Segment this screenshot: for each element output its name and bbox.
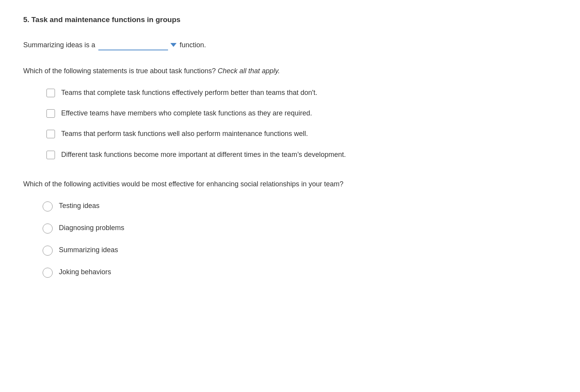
checkbox-2[interactable] bbox=[46, 109, 55, 118]
question1-block: Which of the following statements is tru… bbox=[23, 66, 557, 160]
checkbox-group: Teams that complete task functions effec… bbox=[46, 88, 557, 160]
radio-3[interactable] bbox=[43, 246, 53, 256]
question1-text: Which of the following statements is tru… bbox=[23, 66, 557, 76]
list-item: Joking behaviors bbox=[43, 267, 557, 278]
radio-group: Testing ideas Diagnosing problems Summar… bbox=[43, 201, 557, 278]
radio-2[interactable] bbox=[43, 224, 53, 234]
dropdown-container[interactable]: task maintenance social leadership bbox=[98, 40, 177, 50]
question1-main-text: Which of the following statements is tru… bbox=[23, 67, 216, 75]
radio-label-4: Joking behaviors bbox=[59, 267, 111, 277]
fill-blank-suffix: function. bbox=[180, 41, 206, 49]
list-item: Testing ideas bbox=[43, 201, 557, 211]
radio-1[interactable] bbox=[43, 201, 53, 211]
list-item: Different task functions become more imp… bbox=[46, 150, 557, 160]
list-item: Effective teams have members who complet… bbox=[46, 108, 557, 118]
question2-block: Which of the following activities would … bbox=[23, 179, 557, 278]
function-type-dropdown[interactable]: task maintenance social leadership bbox=[98, 40, 168, 50]
list-item: Diagnosing problems bbox=[43, 223, 557, 234]
checkbox-label-3: Teams that perform task functions well a… bbox=[61, 129, 308, 139]
checkbox-4[interactable] bbox=[46, 151, 55, 159]
list-item: Summarizing ideas bbox=[43, 245, 557, 256]
checkbox-label-1: Teams that complete task functions effec… bbox=[61, 88, 317, 98]
checkbox-1[interactable] bbox=[46, 89, 55, 97]
checkbox-label-4: Different task functions become more imp… bbox=[61, 150, 346, 160]
list-item: Teams that perform task functions well a… bbox=[46, 129, 557, 139]
radio-4[interactable] bbox=[43, 268, 53, 278]
list-item: Teams that complete task functions effec… bbox=[46, 88, 557, 98]
radio-label-1: Testing ideas bbox=[59, 201, 100, 211]
radio-label-3: Summarizing ideas bbox=[59, 245, 118, 255]
fill-in-blank-row: Summarizing ideas is a task maintenance … bbox=[23, 40, 557, 50]
dropdown-arrow-icon[interactable] bbox=[170, 43, 177, 47]
section-title: 5. Task and maintenance functions in gro… bbox=[23, 15, 557, 24]
radio-label-2: Diagnosing problems bbox=[59, 223, 124, 233]
fill-blank-prefix: Summarizing ideas is a bbox=[23, 41, 95, 49]
question2-text: Which of the following activities would … bbox=[23, 179, 557, 189]
checkbox-3[interactable] bbox=[46, 130, 55, 138]
question1-instruction: Check all that apply. bbox=[218, 67, 280, 75]
checkbox-label-2: Effective teams have members who complet… bbox=[61, 108, 312, 118]
